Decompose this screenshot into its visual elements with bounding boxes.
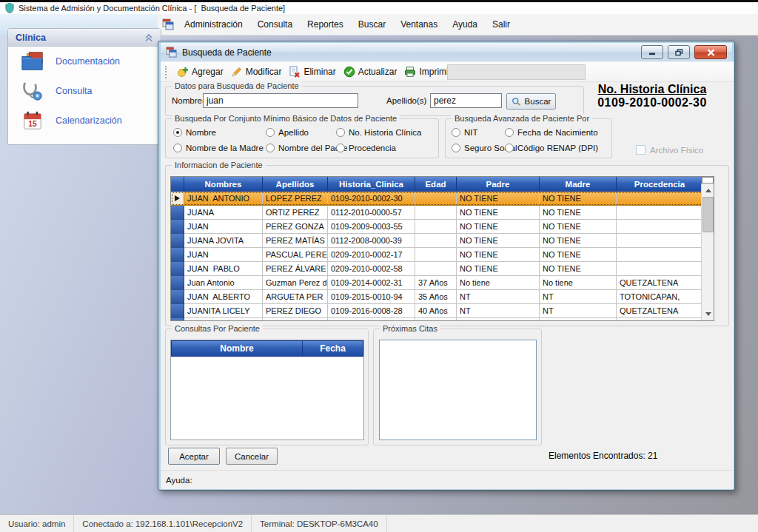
- menu-item-reportes[interactable]: Reportes: [300, 16, 351, 33]
- sidebar-item-calendarizacion[interactable]: 15 Calendarización: [8, 106, 161, 135]
- menu-item-administracion[interactable]: Administración: [177, 16, 250, 33]
- group-title: Consultas Por Paciente: [172, 324, 263, 333]
- sidebar-item-documentacion[interactable]: Documentación: [8, 47, 161, 76]
- grid-cell: [617, 262, 702, 276]
- grid-cell: PEREZ GONZA: [263, 220, 328, 234]
- child-title-bar[interactable]: Busqueda de Paciente: [161, 43, 732, 61]
- grid-cell: 0109-2009-0003-55: [328, 220, 415, 234]
- table-row[interactable]: JUAN PASCUAL PERE 0209-2010-0002-17 NO T…: [171, 248, 714, 262]
- column-header[interactable]: Nombres: [184, 177, 263, 192]
- consultas-paciente-group: Consultas Por Paciente Nombre Fecha: [165, 329, 369, 445]
- grid-cell: NT: [457, 290, 540, 304]
- table-row[interactable]: JUANA JOVITA PEREZ MATÍAS 0112-2008-0000…: [171, 234, 714, 248]
- radio-codigo-renap[interactable]: Código RENAP (DPI): [505, 144, 598, 152]
- grid-cell: 0109-2015-0001-03: [328, 318, 415, 321]
- radio-nombre-madre[interactable]: Nombre de la Madre: [173, 144, 264, 152]
- column-header[interactable]: Historia_Clinica: [328, 177, 415, 192]
- radio-nombre-padre[interactable]: Nombre del Padre: [266, 144, 347, 152]
- agregar-button[interactable]: Agregar: [173, 64, 227, 80]
- table-row-partial[interactable]: JUAN CARLOS PEREZ ZARATE 0109-2015-0001-…: [171, 318, 714, 321]
- busqueda-avanzada-group: Busqueda Avanzada de Paciente Por NIT Fe…: [445, 118, 612, 158]
- grid-cell: [617, 318, 702, 321]
- proximas-citas-group: Próximas Citas: [373, 329, 542, 445]
- grid-vertical-scrollbar[interactable]: [701, 183, 714, 320]
- table-row[interactable]: JUANA ORTIZ PEREZ 0112-2010-0000-57 NO T…: [171, 206, 714, 220]
- column-header[interactable]: Edad: [415, 177, 457, 192]
- close-icon[interactable]: [694, 45, 727, 59]
- table-row[interactable]: JUAN ANTONIO LOPEZ PEREZ 0109-2010-0002-…: [171, 192, 714, 206]
- grid-cell: 35 Años: [415, 290, 457, 304]
- scrollbar-thumb[interactable]: [702, 197, 714, 232]
- scroll-up-icon[interactable]: [702, 184, 714, 196]
- column-header[interactable]: Fecha: [303, 340, 363, 357]
- modificar-button[interactable]: Modificar: [227, 64, 286, 80]
- toolbar-empty-panel: [447, 64, 586, 80]
- grid-cell: ARGUETA PER: [263, 290, 328, 304]
- proximas-citas-list[interactable]: [379, 340, 537, 440]
- grid-cell: NO TIENE: [457, 192, 540, 206]
- grid-cell: 37 Años: [415, 276, 457, 290]
- table-row[interactable]: JUAN ALBERTO ARGUETA PER 0109-2015-0010-…: [171, 290, 714, 304]
- cancelar-button[interactable]: Cancelar: [226, 448, 278, 465]
- menu-item-ventanas[interactable]: Ventanas: [393, 16, 445, 33]
- status-usuario: Usuario: admin: [0, 515, 74, 532]
- actualizar-button[interactable]: Actualizar: [340, 64, 401, 80]
- consultas-header-row: Nombre Fecha: [171, 340, 363, 357]
- table-row[interactable]: JUANITA LICELY PEREZ DIEGO 0109-2016-000…: [171, 304, 714, 318]
- archivo-fisico-checkbox[interactable]: Archivo Físico: [636, 145, 703, 155]
- sidebar-header[interactable]: Clínica: [8, 29, 161, 47]
- radio-procedencia[interactable]: Procedencia: [336, 144, 396, 152]
- restore-button[interactable]: [668, 45, 690, 59]
- svg-text:15: 15: [28, 120, 37, 128]
- menu-item-buscar[interactable]: Buscar: [351, 16, 393, 33]
- collapse-chevron-icon[interactable]: [144, 33, 153, 42]
- column-header[interactable]: Nombre: [171, 340, 303, 357]
- sidebar-panel: Clínica Documentación: [7, 28, 161, 145]
- add-icon: [177, 66, 189, 78]
- column-header[interactable]: Procedencia: [617, 177, 702, 192]
- grid-cell: JUANA: [184, 206, 263, 220]
- grid-cell: [415, 192, 457, 206]
- radio-apellido[interactable]: Apellido: [266, 128, 309, 137]
- row-selector-cell: [171, 206, 184, 220]
- group-title: Busqueda Por Conjunto Mínimo Básico de D…: [172, 114, 400, 123]
- toolbar-grip[interactable]: [165, 66, 168, 78]
- radio-nombre[interactable]: Nombre: [173, 128, 216, 137]
- grid-cell: 0112-2008-0000-39: [328, 234, 415, 248]
- scroll-down-icon[interactable]: [702, 308, 714, 320]
- grid-cell: PEREZ MATÍAS: [263, 234, 328, 248]
- column-header[interactable]: Madre: [540, 177, 617, 192]
- grid-cell: No tiene: [457, 276, 540, 290]
- radio-historia-clinica[interactable]: No. Historia Clínica: [336, 128, 421, 137]
- sidebar-item-label: Calendarización: [56, 115, 122, 126]
- nombre-input[interactable]: [203, 93, 358, 108]
- grid-cell: NT: [540, 318, 617, 321]
- table-row[interactable]: JUAN PABLO PEREZ ÁLVARE 0209-2010-0002-5…: [171, 262, 714, 276]
- aceptar-button[interactable]: Aceptar: [168, 448, 220, 465]
- table-row[interactable]: Juan Antonio Guzman Perez d 0109-2014-00…: [171, 276, 714, 290]
- row-selector-cell: [171, 290, 184, 304]
- buscar-button[interactable]: Buscar: [506, 93, 556, 110]
- sidebar-item-consulta[interactable]: Consulta: [8, 76, 161, 106]
- grid-cell: NT: [540, 304, 617, 318]
- radio-fecha-nacimiento[interactable]: Fecha de Nacimiento: [505, 128, 598, 137]
- grid-cell: [617, 248, 702, 262]
- menu-item-consulta[interactable]: Consulta: [250, 16, 300, 33]
- menu-item-salir[interactable]: Salir: [485, 16, 517, 33]
- eliminar-button[interactable]: Eliminar: [285, 64, 339, 80]
- radio-nit[interactable]: NIT: [452, 128, 478, 137]
- grid-cell: NT: [457, 318, 540, 321]
- grid-cell: Juan Antonio: [184, 276, 263, 290]
- consultas-table[interactable]: Nombre Fecha: [170, 340, 364, 440]
- table-row[interactable]: JUAN PEREZ GONZA 0109-2009-0003-55 NO TI…: [171, 220, 714, 234]
- current-row-arrow-icon: [175, 195, 180, 201]
- row-selector-cell: [171, 234, 184, 248]
- column-header[interactable]: Apellidos: [263, 177, 328, 192]
- minimize-button[interactable]: [641, 45, 663, 59]
- grid-cell: PEREZ ÁLVARE: [263, 262, 328, 276]
- agregar-label: Agregar: [192, 67, 224, 77]
- apellido-input[interactable]: [430, 93, 502, 108]
- menu-item-ayuda[interactable]: Ayuda: [445, 16, 485, 33]
- ayuda-status-strip: Ayuda:: [161, 470, 734, 489]
- column-header[interactable]: Padre: [457, 177, 540, 192]
